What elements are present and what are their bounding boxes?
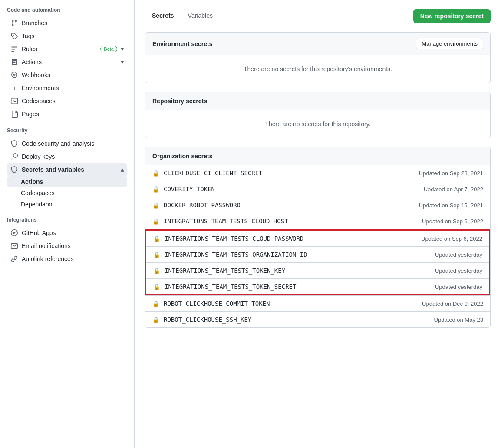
table-row[interactable]: 🔒 INTEGRATIONS_TEAM_TESTS_TOKEN_SECRET U… (146, 278, 489, 294)
sidebar-item-label: Actions (22, 59, 117, 65)
highlighted-secret-group: 🔒 INTEGRATIONS_TEAM_TESTS_CLOUD_PASSWORD… (145, 229, 490, 295)
sidebar-section-security: Security (7, 121, 127, 137)
tab-variables[interactable]: Variables (181, 9, 220, 23)
secret-updated: Updated on Apr 7, 2022 (424, 186, 483, 193)
sidebar-item-label: Autolink references (22, 255, 124, 262)
secret-updated: Updated yesterday (435, 284, 482, 290)
tab-secrets[interactable]: Secrets (145, 9, 181, 23)
secret-updated: Updated on Sep 6, 2022 (421, 235, 482, 242)
sidebar-item-label: Codespaces (22, 98, 124, 105)
sidebar-item-label: Webhooks (22, 72, 124, 78)
pages-icon (10, 110, 18, 118)
mail-icon (10, 242, 18, 250)
lock-icon: 🔒 (152, 218, 159, 225)
sidebar-item-tags[interactable]: Tags (7, 29, 127, 43)
tabs-bar: Secrets Variables New repository secret (145, 9, 491, 23)
sidebar-item-rules[interactable]: Rules Beta ▾ (7, 43, 127, 56)
sidebar-item-branches[interactable]: Branches (7, 16, 127, 29)
table-row[interactable]: 🔒 ROBOT_CLICKHOUSE_COMMIT_TOKEN Updated … (145, 295, 490, 311)
repository-secrets-empty: There are no secrets for this repository… (145, 110, 490, 138)
table-row[interactable]: 🔒 CLICKHOUSE_CI_CLIENT_SECRET Updated on… (145, 165, 490, 181)
sidebar-item-actions[interactable]: Actions ▾ (7, 56, 127, 69)
secret-updated: Updated on Sep 15, 2021 (419, 202, 483, 209)
sidebar-item-label: Code security and analysis (22, 140, 124, 147)
table-row[interactable]: 🔒 DOCKER_ROBOT_PASSWORD Updated on Sep 1… (145, 197, 490, 213)
secret-updated: Updated on Sep 23, 2021 (419, 170, 483, 177)
secret-name: INTEGRATIONS_TEAM_TESTS_CLOUD_PASSWORD (165, 235, 417, 242)
lock-icon: 🔒 (152, 202, 159, 209)
lock-icon: 🔒 (153, 268, 160, 274)
app-icon (10, 229, 18, 237)
secret-name: INTEGRATIONS_TEAM_TESTS_CLOUD_HOST (164, 218, 418, 225)
secret-updated: Updated on May 23 (434, 317, 483, 323)
sidebar-item-actions-sub[interactable]: Actions (7, 176, 127, 187)
lock-icon: 🔒 (152, 170, 159, 177)
secret-name: COVERITY_TOKEN (164, 186, 419, 193)
secret-name: INTEGRATIONS_TEAM_TESTS_TOKEN_SECRET (165, 283, 431, 290)
webhook-icon (10, 71, 18, 79)
new-repository-secret-button[interactable]: New repository secret (413, 9, 491, 23)
sidebar-item-deploy-keys[interactable]: Deploy keys (7, 150, 127, 163)
sidebar-item-label: Secrets and variables (22, 166, 117, 173)
organization-secrets-title: Organization secrets (152, 153, 213, 160)
actions-icon (10, 58, 18, 66)
sidebar-item-pages[interactable]: Pages (7, 108, 127, 121)
lock-icon: 🔒 (152, 301, 159, 307)
sidebar-item-label: Environments (22, 85, 124, 92)
chevron-down-icon: ▾ (121, 46, 124, 52)
environment-secrets-section: Environment secrets Manage environments … (145, 32, 491, 83)
key-icon (10, 153, 18, 160)
lock-icon: 🔒 (153, 252, 160, 258)
main-content: Secrets Variables New repository secret … (135, 0, 501, 448)
secret-name: INTEGRATIONS_TEAM_TESTS_TOKEN_KEY (165, 267, 431, 274)
secret-name: ROBOT_CLICKHOUSE_SSH_KEY (164, 316, 430, 323)
sidebar-item-webhooks[interactable]: Webhooks (7, 69, 127, 82)
manage-environments-button[interactable]: Manage environments (416, 38, 483, 49)
repository-secrets-section: Repository secrets There are no secrets … (145, 92, 491, 138)
secret-name: ROBOT_CLICKHOUSE_COMMIT_TOKEN (164, 300, 418, 307)
sidebar-section-integrations: Integrations (7, 210, 127, 226)
sidebar-item-label: Pages (22, 111, 124, 118)
environment-secrets-title: Environment secrets (152, 40, 213, 47)
chevron-up-icon: ▴ (121, 166, 124, 173)
secret-name: DOCKER_ROBOT_PASSWORD (164, 202, 415, 209)
sidebar-item-label: GitHub Apps (22, 229, 124, 236)
table-row[interactable]: 🔒 INTEGRATIONS_TEAM_TESTS_CLOUD_PASSWORD… (146, 230, 489, 246)
sidebar-item-codespaces[interactable]: Codespaces (7, 95, 127, 108)
table-row[interactable]: 🔒 INTEGRATIONS_TEAM_TESTS_ORGANIZATION_I… (146, 246, 489, 262)
codespace-icon (10, 97, 18, 105)
sidebar-item-label: Rules (22, 46, 97, 52)
secret-name: CLICKHOUSE_CI_CLIENT_SECRET (164, 170, 415, 177)
lock-icon: 🔒 (152, 186, 159, 193)
sidebar-item-code-security[interactable]: Code security and analysis (7, 137, 127, 150)
table-row[interactable]: 🔒 COVERITY_TOKEN Updated on Apr 7, 2022 (145, 181, 490, 197)
sidebar-item-secrets-variables[interactable]: Secrets and variables ▴ (7, 163, 127, 176)
table-row[interactable]: 🔒 INTEGRATIONS_TEAM_TESTS_CLOUD_HOST Upd… (145, 213, 490, 229)
environment-secrets-header: Environment secrets Manage environments (145, 33, 490, 55)
sidebar-item-github-apps[interactable]: GitHub Apps (7, 226, 127, 239)
link-icon (10, 255, 18, 263)
sidebar-item-dependabot-sub[interactable]: Dependabot (7, 199, 127, 210)
environment-icon (10, 84, 18, 92)
organization-secrets-section: Organization secrets 🔒 CLICKHOUSE_CI_CLI… (145, 147, 491, 328)
sidebar-item-label: Tags (22, 33, 124, 39)
sidebar-item-email-notifications[interactable]: Email notifications (7, 239, 127, 252)
sidebar-item-codespaces-sub[interactable]: Codespaces (7, 187, 127, 199)
secret-updated: Updated on Dec 9, 2022 (422, 301, 483, 307)
lock-icon: 🔒 (153, 235, 160, 242)
secret-name: INTEGRATIONS_TEAM_TESTS_ORGANIZATION_ID (165, 251, 431, 258)
table-row[interactable]: 🔒 INTEGRATIONS_TEAM_TESTS_TOKEN_KEY Upda… (146, 262, 489, 278)
secret-updated: Updated yesterday (435, 252, 482, 258)
sidebar-item-environments[interactable]: Environments (7, 82, 127, 95)
repository-secrets-title: Repository secrets (152, 98, 207, 105)
sidebar-item-label: Email notifications (22, 242, 124, 249)
sidebar-item-label: Branches (22, 20, 124, 26)
table-row[interactable]: 🔒 ROBOT_CLICKHOUSE_SSH_KEY Updated on Ma… (145, 311, 490, 327)
beta-badge: Beta (100, 46, 117, 52)
sidebar-sub-item-label: Actions (21, 178, 43, 185)
sidebar-sub-item-label: Dependabot (21, 201, 54, 208)
lock-icon: 🔒 (153, 284, 160, 290)
sidebar-item-autolink[interactable]: Autolink references (7, 252, 127, 265)
sidebar-item-label: Deploy keys (22, 153, 124, 160)
secret-updated: Updated on Sep 6, 2022 (422, 218, 483, 225)
